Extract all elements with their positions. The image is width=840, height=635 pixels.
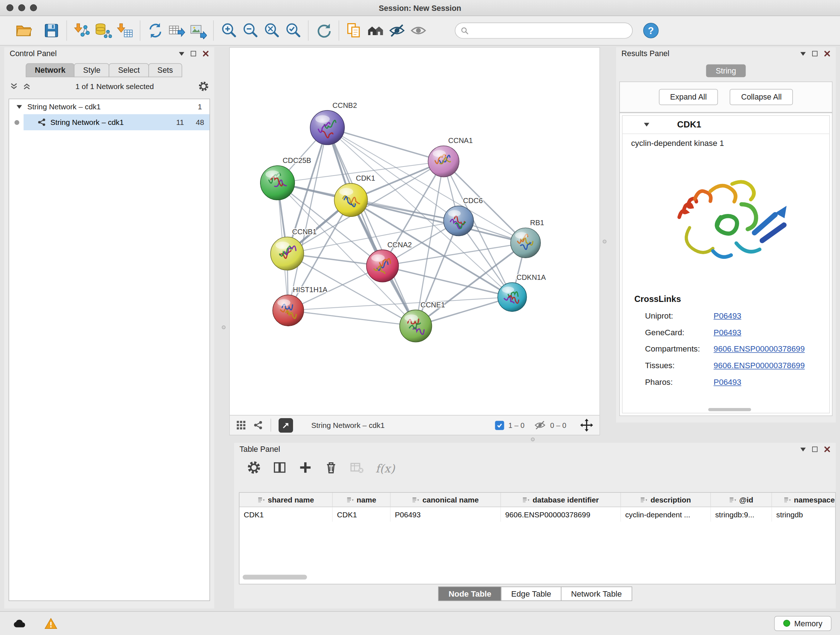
tab-string[interactable]: String: [706, 65, 745, 78]
crosslink-link[interactable]: P06493: [714, 328, 742, 337]
tab-sets[interactable]: Sets: [148, 63, 182, 78]
network-row[interactable]: String Network – cdk1 11 48: [9, 114, 210, 130]
table-row[interactable]: CDK1CDK1P064939606.ENSP00000378699cyclin…: [240, 507, 835, 522]
control-panel: Control Panel Network Style Select Sets …: [4, 47, 215, 608]
network-collection-row[interactable]: String Network – cdk1 1: [9, 99, 210, 114]
crosslink-label: Tissues:: [645, 361, 714, 370]
collapse-all-icon[interactable]: [10, 82, 19, 91]
network-canvas[interactable]: CCNB2CCNA1CDC25BCDK1CDC6RB1CCNB1CCNA2CDK…: [230, 48, 600, 415]
warnings-button[interactable]: [40, 615, 62, 631]
column-header[interactable]: namespace: [772, 493, 836, 507]
network-node[interactable]: CDKN1A: [498, 273, 546, 311]
pan-crosshair-icon[interactable]: [580, 419, 593, 432]
panel-menu-icon[interactable]: [800, 52, 806, 55]
function-builder-icon[interactable]: f(x): [376, 462, 395, 475]
import-network-database-button[interactable]: [93, 20, 114, 41]
crosslink-link[interactable]: 9606.ENSP00000378699: [714, 361, 805, 370]
network-node[interactable]: RB1: [510, 219, 544, 258]
panel-menu-icon[interactable]: [800, 448, 806, 451]
collection-label: String Network – cdk1: [27, 103, 101, 111]
column-header[interactable]: canonical name: [391, 493, 501, 507]
float-panel-icon[interactable]: [812, 51, 818, 57]
network-tools-button[interactable]: [145, 20, 166, 41]
float-panel-icon[interactable]: [191, 51, 196, 57]
crosslink-link[interactable]: 9606.ENSP00000378699: [714, 344, 805, 353]
hide-selected-button[interactable]: [386, 20, 408, 41]
import-table-file-button[interactable]: [114, 20, 135, 41]
export-table-button[interactable]: [166, 20, 187, 41]
tab-node-table[interactable]: Node Table: [439, 586, 501, 601]
hidden-eye-slash-icon[interactable]: [534, 419, 546, 431]
network-node[interactable]: CDC6: [444, 196, 483, 236]
panel-menu-icon[interactable]: [179, 52, 185, 55]
refresh-button[interactable]: [313, 20, 334, 41]
bottom-splitter-handle[interactable]: [531, 437, 535, 441]
help-button[interactable]: ?: [640, 20, 662, 41]
column-header[interactable]: database identifier: [501, 493, 621, 507]
column-header[interactable]: shared name: [240, 493, 333, 507]
table-horizontal-scrollbar[interactable]: [243, 575, 307, 580]
crosslink-row: Uniprot:P06493: [622, 307, 829, 324]
close-panel-icon[interactable]: [202, 50, 209, 57]
table-cell: P06493: [391, 507, 501, 522]
network-edges: [278, 127, 526, 326]
zoom-selected-button[interactable]: [282, 20, 303, 41]
show-all-button[interactable]: [408, 20, 429, 41]
selected-nodes-checkbox[interactable]: [495, 421, 504, 430]
close-panel-icon[interactable]: [824, 446, 831, 453]
zoom-in-button[interactable]: [218, 20, 240, 41]
grid-view-icon[interactable]: [236, 420, 246, 430]
table-panel-title: Table Panel: [240, 445, 280, 454]
delete-column-icon[interactable]: [324, 461, 338, 477]
table-options-gear-icon[interactable]: [247, 461, 261, 477]
open-session-button[interactable]: [13, 20, 34, 41]
network-node[interactable]: HIST1H1A: [273, 286, 328, 326]
network-node[interactable]: CCNB2: [310, 101, 357, 145]
gene-section-header[interactable]: CDK1: [622, 116, 829, 134]
save-session-button[interactable]: [41, 20, 62, 41]
collection-count: 1: [198, 103, 202, 111]
right-splitter-handle[interactable]: [603, 240, 606, 243]
collection-expander-icon[interactable]: [17, 105, 22, 109]
expand-all-icon[interactable]: [22, 82, 31, 91]
tab-style[interactable]: Style: [74, 63, 110, 78]
network-node[interactable]: CCNA1: [428, 136, 473, 177]
crosslink-link[interactable]: P06493: [714, 378, 742, 386]
zoom-fit-button[interactable]: [261, 20, 282, 41]
crosslink-link[interactable]: P06493: [714, 311, 742, 320]
tab-network[interactable]: Network: [26, 63, 74, 78]
export-image-button[interactable]: [187, 20, 209, 41]
network-glyph-icon[interactable]: [253, 420, 263, 430]
selected-network-highlight[interactable]: String Network – cdk1 11 48: [24, 114, 210, 130]
protein-3d-structure[interactable]: [622, 155, 829, 285]
node-label: CDKN1A: [516, 273, 546, 281]
expand-all-button[interactable]: Expand All: [659, 89, 718, 105]
results-scrollbar[interactable]: [708, 408, 751, 411]
column-header[interactable]: name: [333, 493, 391, 507]
search-icon: [461, 27, 469, 35]
left-splitter-handle[interactable]: [222, 325, 225, 329]
image-export-icon: [189, 22, 207, 39]
create-column-icon[interactable]: [298, 461, 313, 477]
memory-button[interactable]: Memory: [774, 616, 831, 631]
column-header[interactable]: @id: [711, 493, 772, 507]
import-table-icon: [116, 22, 133, 39]
close-panel-icon[interactable]: [824, 50, 831, 57]
network-options-gear-icon[interactable]: [198, 81, 209, 92]
tab-select[interactable]: Select: [109, 63, 149, 78]
tab-network-table[interactable]: Network Table: [561, 586, 632, 601]
float-panel-icon[interactable]: [812, 447, 818, 452]
column-header[interactable]: description: [621, 493, 711, 507]
network-node[interactable]: CDC25B: [261, 157, 311, 200]
import-network-file-button[interactable]: [71, 20, 93, 41]
collapse-all-button[interactable]: Collapse All: [730, 89, 793, 105]
tab-edge-table[interactable]: Edge Table: [501, 586, 561, 601]
zoom-out-button[interactable]: [240, 20, 261, 41]
birds-eye-view-button[interactable]: [279, 418, 293, 432]
section-expander-icon[interactable]: [644, 123, 649, 126]
copy-button[interactable]: [343, 20, 365, 41]
home-button[interactable]: [365, 20, 386, 41]
cloud-status-button[interactable]: [9, 615, 31, 631]
search-input[interactable]: [472, 27, 627, 35]
show-columns-icon[interactable]: [273, 461, 287, 477]
